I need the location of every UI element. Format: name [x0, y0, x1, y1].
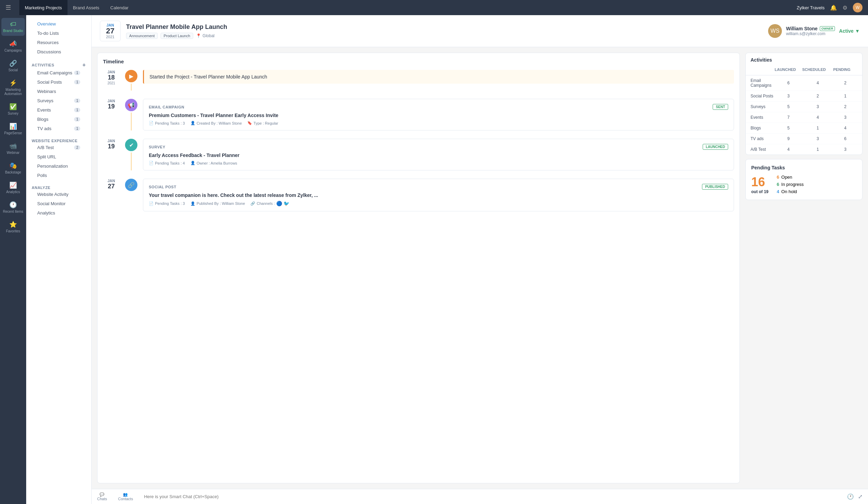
project-location: 📍 Global: [196, 33, 215, 38]
top-nav-tabs: Marketing Projects Brand Assets Calendar: [19, 0, 134, 15]
timeline-card-survey: SURVEY LAUNCHED Early Access Feedback - …: [143, 139, 734, 170]
timeline-entry-email: JAN 19 📢 EMAIL CAMPAIGN SENT: [103, 99, 734, 130]
activity-title-social: Your travel companion is here. Check out…: [149, 192, 728, 198]
timeline-connector-4: 🔗: [125, 179, 137, 211]
sidebar-item-campaigns[interactable]: 📣 Campaigns: [1, 37, 25, 55]
sec-activity-events[interactable]: Events 1: [32, 105, 86, 115]
sidebar-item-marketing-automation[interactable]: ⚡ Marketing Automation: [1, 76, 25, 99]
status-dropdown-icon: ▼: [855, 28, 860, 34]
timeline-date-3: JAN 19: [103, 139, 120, 170]
sidebar-label-analytics: Analytics: [6, 190, 20, 194]
col-scheduled: SCHEDULED: [802, 67, 833, 72]
sec-nav-overview[interactable]: Overview: [32, 19, 86, 29]
contacts-label: Contacts: [118, 497, 133, 501]
sec-activity-email[interactable]: Email Campaigns 1: [32, 68, 86, 77]
analytics-icon: 📈: [9, 181, 17, 189]
project-date-box: JAN 27 2021: [100, 21, 121, 41]
bottom-chats[interactable]: 💬 Chats: [97, 492, 107, 501]
project-date-year: 2021: [104, 35, 116, 39]
top-nav: ☰ Marketing Projects Brand Assets Calend…: [0, 0, 868, 15]
tab-brand-assets[interactable]: Brand Assets: [68, 0, 105, 15]
sec-nav-resources[interactable]: Resources: [32, 38, 86, 47]
sec-analyze-website[interactable]: Website Activity: [32, 190, 86, 199]
sec-nav-section: Overview To-do Lists Resources Discussio…: [26, 15, 91, 58]
table-row: Social Posts 3 2 1: [746, 91, 862, 102]
timeline-line-3: [131, 153, 132, 170]
timeline-connector-1: ▶: [125, 70, 137, 91]
tab-calendar[interactable]: Calendar: [105, 0, 134, 15]
timeline-line-1: [131, 84, 132, 91]
sec-analyze-analytics[interactable]: Analytics: [32, 208, 86, 218]
sidebar-item-backstage[interactable]: 🎭 Backstage: [1, 159, 25, 177]
table-row: A/B Test 4 1 3: [746, 144, 862, 155]
pending-stat-inprogress: 6 In progress: [777, 182, 804, 187]
activity-card-social-header: SOCIAL POST PUBLISHED: [149, 184, 728, 190]
sec-activity-social[interactable]: Social Posts 1: [32, 77, 86, 87]
sidebar-item-analytics[interactable]: 📈 Analytics: [1, 179, 25, 197]
tag-product-launch: Product Launch: [161, 33, 193, 39]
activity-type-survey: SURVEY: [149, 145, 165, 149]
sec-activity-tvads[interactable]: TV ads 1: [32, 124, 86, 133]
secondary-sidebar: Overview To-do Lists Resources Discussio…: [26, 15, 92, 504]
sidebar-item-brand-studio[interactable]: 🏷 Brand Studio: [1, 18, 25, 36]
expand-icon[interactable]: ⤢: [858, 493, 862, 500]
bottom-contacts[interactable]: 👥 Contacts: [118, 492, 133, 501]
sec-analyze-social[interactable]: Social Monitor: [32, 199, 86, 208]
notification-icon[interactable]: 🔔: [830, 4, 837, 11]
sec-web-polls[interactable]: Polls: [32, 171, 86, 180]
sec-web-spliturl[interactable]: Split URL: [32, 152, 86, 161]
activity-card-survey-header: SURVEY LAUNCHED: [149, 144, 728, 150]
hamburger-icon[interactable]: ☰: [6, 4, 11, 11]
recent-items-icon: 🕐: [9, 201, 17, 209]
campaigns-icon: 📣: [9, 40, 17, 48]
sec-web-personalization[interactable]: Personalization: [32, 161, 86, 171]
timeline-section: Timeline JAN 18 2021 ▶ Started the Proje…: [97, 53, 740, 483]
sec-nav-discussions[interactable]: Discussions: [32, 47, 86, 56]
bottom-bar-icons: 🕐 ⤢: [847, 493, 862, 500]
analyze-section-title: Analyze: [32, 186, 86, 190]
user-avatar[interactable]: W: [853, 3, 862, 12]
sidebar-item-survey[interactable]: ✅ Survey: [1, 100, 25, 118]
tab-marketing-projects[interactable]: Marketing Projects: [19, 0, 68, 15]
sec-activity-blogs[interactable]: Blogs 1: [32, 115, 86, 124]
clock-icon[interactable]: 🕐: [847, 493, 854, 500]
sec-activity-webinars[interactable]: Webinars: [32, 87, 86, 96]
brand-name[interactable]: Zylker Travels: [797, 5, 825, 10]
project-owner-section: WS William Stone OWNER william.s@zylker.…: [768, 24, 860, 38]
sidebar-item-webinar[interactable]: 📹 Webinar: [1, 139, 25, 158]
sidebar-item-social[interactable]: 🔗 Social: [1, 57, 25, 75]
activity-badge-sent: SENT: [713, 104, 728, 110]
sidebar-item-favorites[interactable]: ⭐ Favorites: [1, 218, 25, 236]
tag-announcement: Announcement: [126, 33, 158, 39]
website-experience-section: WEBSITE EXPERIENCE A/B Test 2 Split URL …: [26, 135, 91, 181]
sidebar-label-favorites: Favorites: [6, 229, 20, 233]
sidebar-label-campaigns: Campaigns: [4, 49, 22, 53]
sidebar-item-pagesense[interactable]: 📊 PageSense: [1, 120, 25, 138]
bottom-bar: 💬 Chats 👥 Contacts 🕐 ⤢: [92, 489, 868, 504]
owner-name: William Stone OWNER: [786, 26, 835, 31]
webinar-icon: 📹: [9, 142, 17, 150]
timeline-entry-started: JAN 18 2021 ▶ Started the Project - Trav…: [103, 70, 734, 91]
table-row: Blogs 5 1 4: [746, 123, 862, 134]
activity-type-email: EMAIL CAMPAIGN: [149, 105, 184, 109]
status-dropdown[interactable]: Active ▼: [839, 28, 860, 34]
activity-meta-social: 📄 Pending Tasks : 3 👤 Published By : Wil…: [149, 201, 728, 206]
location-icon: 📍: [196, 33, 201, 38]
user-icon: 👤: [190, 201, 195, 206]
project-title-section: Travel Planner Mobile App Launch Announc…: [126, 23, 768, 39]
activity-card-social: SOCIAL POST PUBLISHED Your travel compan…: [143, 179, 734, 211]
smart-chat-input[interactable]: [144, 494, 836, 499]
add-activity-icon[interactable]: +: [82, 62, 86, 68]
sec-nav-todo[interactable]: To-do Lists: [32, 29, 86, 38]
sidebar-label-webinar: Webinar: [7, 151, 19, 155]
settings-icon[interactable]: ⚙: [843, 4, 847, 11]
sidebar-item-recent-items[interactable]: 🕐 Recent Items: [1, 198, 25, 217]
activity-card-email: EMAIL CAMPAIGN SENT Premium Customers - …: [143, 99, 734, 130]
top-nav-right: Zylker Travels 🔔 ⚙ W: [797, 3, 862, 12]
pending-big-number: 16: [751, 175, 768, 189]
marketing-automation-icon: ⚡: [9, 79, 17, 87]
sec-web-abtest[interactable]: A/B Test 2: [32, 143, 86, 152]
backstage-icon: 🎭: [9, 162, 17, 169]
sec-activity-surveys[interactable]: Surveys 1: [32, 96, 86, 105]
sidebar-label-survey: Survey: [8, 112, 18, 116]
